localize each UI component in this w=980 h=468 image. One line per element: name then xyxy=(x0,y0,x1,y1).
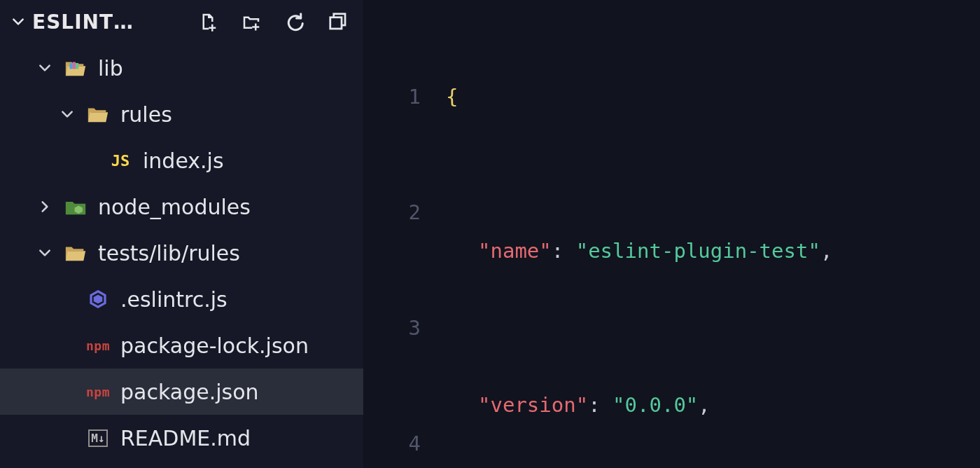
tree-file-eslintrc[interactable]: .eslintrc.js xyxy=(0,276,363,322)
code-editor[interactable]: 1 2 3 4 5 6 7 8 9 10 11 12 { "name": "es… xyxy=(363,0,980,468)
explorer-title: ESLINT… xyxy=(32,11,190,34)
svg-rect-2 xyxy=(70,63,73,69)
folder-open-icon xyxy=(63,240,88,266)
line-number: 1 xyxy=(363,78,446,116)
chevron-down-icon xyxy=(59,107,76,121)
refresh-icon[interactable] xyxy=(282,9,307,34)
explorer-header[interactable]: ESLINT… xyxy=(0,0,363,43)
tree-folder-lib[interactable]: lib xyxy=(0,45,363,91)
tree-folder-node-modules[interactable]: node_modules xyxy=(0,184,363,230)
tree-file-package-lock[interactable]: npm package-lock.json xyxy=(0,322,363,369)
eslint-file-icon xyxy=(85,287,111,312)
tree-item-label: package.json xyxy=(120,380,363,404)
folder-open-icon xyxy=(63,55,88,81)
tree-item-label: index.js xyxy=(143,149,363,173)
code-line: "version": "0.0.0", xyxy=(446,386,980,425)
app-root: ESLINT… xyxy=(0,0,980,468)
tree-item-label: rules xyxy=(120,102,363,127)
tree-file-indexjs[interactable]: JS index.js xyxy=(0,137,363,184)
tree-file-package-json[interactable]: npm package.json xyxy=(0,369,363,415)
js-file-icon: JS xyxy=(108,148,133,173)
new-folder-icon[interactable] xyxy=(239,9,264,34)
tree-folder-tests[interactable]: tests/lib/rules xyxy=(0,230,363,276)
code-line: { xyxy=(446,78,980,116)
tree-folder-rules[interactable]: rules xyxy=(0,91,363,137)
svg-rect-4 xyxy=(76,63,78,69)
tree-item-label: package-lock.json xyxy=(120,333,363,358)
line-number: 3 xyxy=(363,309,446,347)
code-line: "name": "eslint-plugin-test", xyxy=(446,232,980,270)
collapse-all-icon[interactable] xyxy=(326,9,351,34)
file-tree: lib rules JS index.js xyxy=(0,43,363,461)
chevron-down-icon xyxy=(36,61,53,75)
chevron-down-icon xyxy=(36,246,53,260)
tree-item-label: README.md xyxy=(120,426,363,450)
explorer-actions xyxy=(195,9,355,34)
tree-item-label: lib xyxy=(98,56,363,81)
line-number: 4 xyxy=(363,425,446,463)
markdown-file-icon: M↓ xyxy=(85,425,111,450)
svg-rect-1 xyxy=(330,18,342,29)
tree-item-label: .eslintrc.js xyxy=(120,287,363,312)
line-number-gutter: 1 2 3 4 5 6 7 8 9 10 11 12 xyxy=(363,0,446,468)
tree-item-label: tests/lib/rules xyxy=(98,241,363,266)
tree-item-label: node_modules xyxy=(98,195,363,219)
chevron-right-icon xyxy=(36,200,53,214)
svg-rect-3 xyxy=(73,62,76,69)
npm-file-icon: npm xyxy=(85,379,111,404)
chevron-down-icon xyxy=(10,15,27,29)
npm-file-icon: npm xyxy=(85,333,111,358)
new-file-icon[interactable] xyxy=(195,9,220,34)
code-area[interactable]: { "name": "eslint-plugin-test", "version… xyxy=(446,0,980,468)
explorer-sidebar: ESLINT… xyxy=(0,0,363,468)
folder-open-icon xyxy=(85,102,111,127)
tree-file-readme[interactable]: M↓ README.md xyxy=(0,415,363,461)
folder-node-icon xyxy=(63,194,88,219)
svg-marker-6 xyxy=(94,295,103,304)
line-number: 2 xyxy=(363,193,446,232)
